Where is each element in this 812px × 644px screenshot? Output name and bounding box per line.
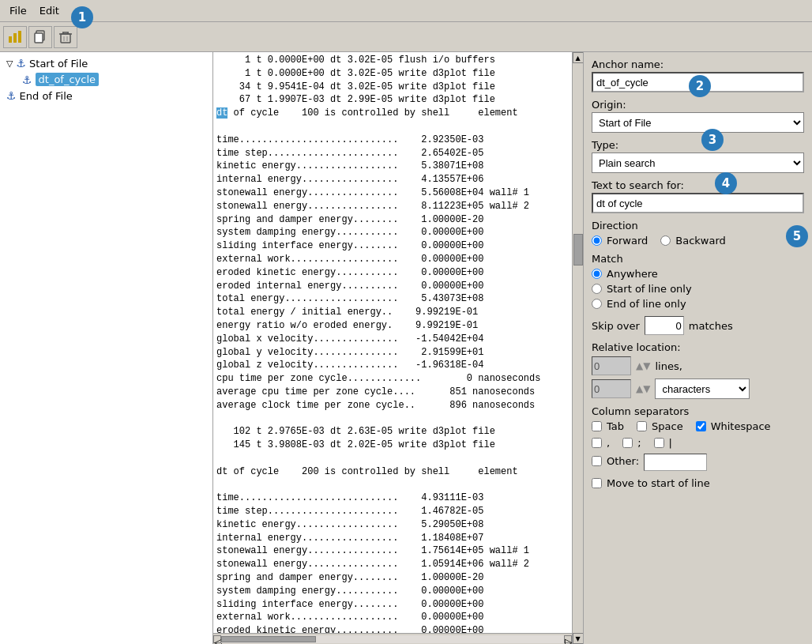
search-label: Text to search for: (592, 179, 804, 191)
other-label: Other: (607, 455, 639, 467)
horizontal-scrollbar[interactable]: ◁ ▷ (213, 633, 572, 644)
start-of-line-radio-label[interactable]: Start of line only (592, 283, 804, 295)
skip-over-label: Skip over (592, 320, 640, 332)
anywhere-radio[interactable] (592, 269, 602, 279)
hscroll-thumb[interactable] (221, 636, 316, 642)
toolbar-btn-delete[interactable] (54, 26, 77, 48)
badge-1: 1 (71, 6, 93, 28)
toolbar-btn-copy[interactable] (28, 26, 52, 48)
backward-radio[interactable] (660, 235, 671, 246)
tree-label-start: Start of File (29, 58, 88, 70)
other-checkbox[interactable] (592, 456, 602, 466)
tree-item-dt[interactable]: ⚓ dt_of_cycle (0, 71, 212, 88)
type-label: Type: (592, 139, 804, 151)
search-input[interactable] (592, 193, 804, 213)
end-of-line-label: End of line only (607, 298, 686, 310)
hscroll-left[interactable]: ◁ (213, 635, 221, 643)
svg-rect-1 (13, 33, 17, 43)
scroll-down[interactable]: ▼ (573, 633, 584, 644)
comma-checkbox[interactable] (592, 438, 602, 448)
spinner-arrows-lines: ▲▼ (636, 360, 650, 371)
badge-2: 2 (689, 75, 711, 97)
direction-row: Forward Backward (592, 235, 804, 247)
rel-chars-row: ▲▼ characters (592, 378, 804, 399)
backward-radio-label[interactable]: Backward (660, 235, 726, 247)
badge-3: 3 (701, 129, 724, 151)
scroll-up[interactable]: ▲ (573, 52, 584, 63)
tab-label: Tab (607, 420, 624, 432)
scroll-thumb[interactable] (573, 234, 583, 266)
space-checkbox-label[interactable]: Space (637, 420, 683, 432)
main-layout: ▽ ⚓ Start of File ⚓ dt_of_cycle ⚓ End of… (0, 52, 812, 644)
vertical-scrollbar[interactable]: ▲ ▼ (572, 52, 583, 644)
svg-rect-2 (18, 31, 21, 43)
tab-checkbox[interactable] (592, 421, 602, 431)
whitespace-checkbox[interactable] (696, 421, 706, 431)
svg-rect-0 (9, 36, 12, 43)
chars-select[interactable]: characters (655, 378, 750, 399)
anchor-icon-start: ⚓ (16, 57, 26, 70)
other-input[interactable] (644, 454, 707, 471)
matches-label: matches (689, 320, 733, 332)
svg-rect-4 (35, 33, 43, 43)
pipe-checkbox-label[interactable]: | (654, 437, 672, 449)
toolbar-btn-chart[interactable] (3, 26, 27, 48)
text-content[interactable]: 1 t 0.0000E+00 dt 3.02E-05 flush i/o buf… (213, 52, 572, 633)
start-of-line-radio[interactable] (592, 284, 602, 294)
forward-radio-label[interactable]: Forward (592, 235, 648, 247)
pipe-label: | (669, 437, 672, 449)
menu-edit[interactable]: Edit (33, 3, 66, 18)
other-checkbox-label[interactable]: Other: (592, 455, 639, 467)
match-radio-group: Anywhere Start of line only End of line … (592, 268, 804, 310)
rel-lines-input (592, 356, 631, 375)
anchor-icon-end: ⚓ (6, 89, 17, 102)
move-checkbox[interactable] (592, 478, 602, 488)
scroll-track[interactable] (573, 63, 583, 633)
semicolon-checkbox-label[interactable]: ; (622, 437, 641, 449)
whitespace-checkbox-label[interactable]: Whitespace (696, 420, 771, 432)
menubar: File Edit (0, 0, 812, 22)
right-panel: Anchor name: Origin: Start of File Type:… (583, 52, 812, 644)
semicolon-checkbox[interactable] (622, 438, 633, 448)
col-sep-section: Column separators Tab Space Whitespace (592, 405, 804, 471)
space-checkbox[interactable] (637, 421, 647, 431)
spinner-arrows-chars: ▲▼ (636, 383, 650, 394)
lines-label: lines, (655, 360, 682, 372)
move-row: Move to start of line (592, 477, 804, 489)
end-of-line-radio[interactable] (592, 299, 602, 309)
tree-label-end: End of File (20, 90, 73, 102)
anchor-icon-dt: ⚓ (22, 73, 32, 86)
col-sep-label: Column separators (592, 405, 804, 417)
other-row: Other: (592, 454, 804, 471)
tree-item-end[interactable]: ⚓ End of File (0, 88, 212, 104)
move-label: Move to start of line (607, 477, 710, 489)
skip-input[interactable] (645, 316, 684, 335)
center-panel: 1 t 0.0000E+00 dt 3.02E-05 flush i/o buf… (213, 52, 572, 644)
relative-location-label: Relative location: (592, 341, 804, 353)
type-group: Type: Plain search (592, 139, 804, 173)
forward-radio[interactable] (592, 235, 602, 246)
anywhere-radio-label[interactable]: Anywhere (592, 268, 804, 280)
match-group: Match Anywhere Start of line only End of… (592, 253, 804, 310)
end-of-line-radio-label[interactable]: End of line only (592, 298, 804, 310)
type-select[interactable]: Plain search (592, 153, 804, 173)
hscroll-right[interactable]: ▷ (564, 635, 572, 643)
rel-chars-input (592, 379, 631, 398)
relative-location-group: Relative location: ▲▼ lines, ▲▼ characte… (592, 341, 804, 399)
pipe-checkbox[interactable] (654, 438, 664, 448)
badge-4: 4 (715, 172, 737, 194)
backward-label: Backward (675, 235, 726, 247)
toolbar (0, 22, 812, 52)
start-of-line-label: Start of line only (607, 283, 692, 295)
tree-item-start[interactable]: ▽ ⚓ Start of File (0, 55, 212, 71)
comma-label: , (607, 437, 610, 449)
col-sep-row2: , ; | (592, 437, 804, 451)
comma-checkbox-label[interactable]: , (592, 437, 610, 449)
tab-checkbox-label[interactable]: Tab (592, 420, 624, 432)
left-panel: ▽ ⚓ Start of File ⚓ dt_of_cycle ⚓ End of… (0, 52, 213, 644)
svg-rect-5 (61, 34, 70, 43)
origin-select[interactable]: Start of File (592, 112, 804, 133)
menu-file[interactable]: File (3, 3, 33, 18)
forward-label: Forward (607, 235, 648, 247)
whitespace-label: Whitespace (711, 420, 771, 432)
